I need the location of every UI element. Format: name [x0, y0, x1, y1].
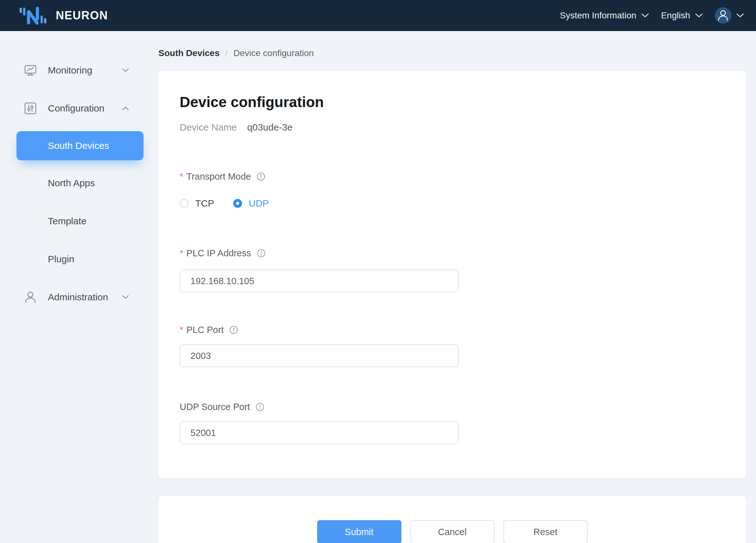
chevron-down-icon [736, 13, 744, 18]
required-mark: * [180, 171, 183, 182]
radio-udp[interactable]: UDP [233, 198, 269, 209]
cancel-button[interactable]: Cancel [410, 520, 495, 543]
sidebar-item-label: North Apps [48, 178, 95, 188]
breadcrumb-current: Device configuration [234, 48, 314, 58]
submit-button[interactable]: Submit [317, 520, 401, 543]
page-title: Device configuration [180, 93, 724, 111]
transport-mode-label: * Transport Mode [180, 170, 724, 183]
language-label: English [661, 10, 690, 21]
sidebar-item-configuration[interactable]: Configuration [0, 93, 149, 124]
chevron-down-icon [695, 13, 703, 18]
sidebar-item-label: Monitoring [48, 65, 92, 76]
avatar[interactable] [715, 7, 731, 24]
form-actions-bar: Submit Cancel Reset [158, 496, 746, 543]
sidebar-item-label: Plugin [48, 254, 74, 265]
sidebar-item-template[interactable]: Template [0, 206, 149, 236]
transport-mode-radio-group: TCP UDP [180, 197, 724, 210]
required-mark: * [180, 325, 183, 335]
sidebar: Monitoring Configuration South Devices [0, 31, 149, 543]
sidebar-item-monitoring[interactable]: Monitoring [0, 55, 149, 86]
system-information-menu[interactable]: System Information [560, 10, 649, 21]
device-configuration-card: Device configuration Device Name q03ude-… [158, 71, 746, 478]
user-icon [24, 291, 37, 304]
udp-source-port-label: UDP Source Port [180, 400, 724, 413]
language-menu[interactable]: English [661, 10, 703, 21]
sidebar-item-plugin[interactable]: Plugin [0, 244, 149, 274]
info-icon[interactable] [257, 249, 266, 258]
breadcrumb-south-devices[interactable]: South Devices [158, 48, 220, 58]
udp-source-port-input[interactable] [180, 421, 458, 444]
top-header: NEURON System Information English [0, 0, 756, 31]
brand-name: NEURON [56, 9, 108, 22]
plc-ip-label: * PLC IP Address [180, 247, 724, 259]
info-icon[interactable] [257, 172, 265, 181]
chevron-down-icon [122, 68, 129, 73]
sidebar-item-administration[interactable]: Administration [0, 282, 149, 312]
system-information-label: System Information [560, 10, 636, 21]
brand: NEURON [18, 5, 108, 26]
breadcrumb: South Devices / Device configuration [158, 48, 746, 59]
breadcrumb-separator: / [225, 48, 228, 58]
plc-port-label: * PLC Port [180, 323, 724, 336]
sidebar-item-north-apps[interactable]: North Apps [0, 168, 149, 198]
main-content: South Devices / Device configuration Dev… [149, 31, 756, 543]
sliders-icon [24, 102, 37, 115]
device-name-value: q03ude-3e [247, 122, 292, 133]
chevron-down-icon [122, 295, 129, 299]
radio-circle-selected[interactable] [233, 199, 242, 208]
plc-ip-input[interactable] [180, 270, 458, 292]
reset-button[interactable]: Reset [503, 520, 588, 543]
required-mark: * [180, 248, 183, 259]
info-icon[interactable] [256, 403, 264, 411]
device-name-row: Device Name q03ude-3e [180, 122, 724, 133]
sidebar-item-south-devices[interactable]: South Devices [16, 131, 144, 160]
neuron-logo-icon [18, 5, 48, 26]
radio-circle-unselected[interactable] [180, 199, 189, 208]
plc-port-input[interactable] [180, 344, 458, 367]
sidebar-item-label: Administration [48, 292, 108, 303]
chevron-up-icon [122, 106, 129, 111]
sidebar-item-label: South Devices [48, 140, 109, 151]
device-name-label: Device Name [180, 122, 237, 133]
info-icon[interactable] [229, 326, 238, 334]
sidebar-item-label: Template [48, 216, 86, 227]
chevron-down-icon [641, 13, 649, 18]
user-account-menu[interactable] [715, 7, 744, 24]
monitor-icon [24, 64, 37, 77]
radio-tcp[interactable]: TCP [180, 198, 214, 209]
sidebar-item-label: Configuration [48, 103, 104, 114]
